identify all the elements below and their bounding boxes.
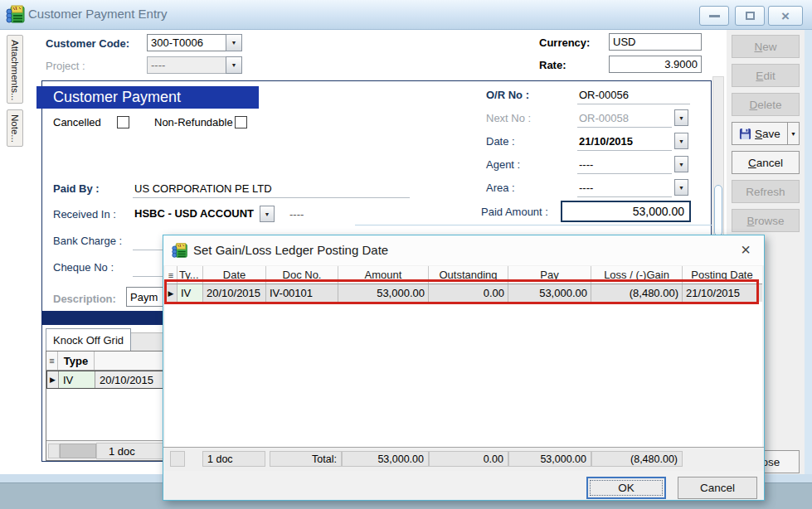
dropdown-arrow-icon: ▼ (678, 185, 684, 191)
dropdown-arrow-icon: ▼ (678, 138, 684, 144)
gain-loss-grid: ≡ Ty... Date Doc No. Amount Outstanding … (165, 266, 762, 447)
column-header-doc-no: Doc No. (266, 266, 338, 284)
window-title: Customer Payment Entry (28, 7, 168, 21)
row-amount: 53,000.00 (338, 284, 429, 302)
currency-field[interactable]: USD (609, 33, 702, 51)
row-doc-no: IV-00101 (266, 284, 338, 302)
tab-knock-off-grid[interactable]: Knock Off Grid (46, 328, 131, 351)
tab-attachments[interactable]: Attachments... (7, 35, 23, 104)
row-date: 20/10/2015 (203, 284, 266, 302)
customer-code-field[interactable]: 300-T0006 (147, 34, 226, 51)
dropdown-arrow-icon: ▼ (790, 131, 796, 137)
close-window-button[interactable]: × (768, 6, 803, 26)
minimize-button[interactable] (699, 6, 729, 26)
save-icon (739, 128, 751, 140)
column-header-outstanding: Outstanding (429, 266, 508, 284)
footer-amount: 53,000.00 (342, 451, 429, 467)
column-header-loss-gain: Loss / (-)Gain (591, 266, 683, 284)
paid-amount-field[interactable]: 53,000.00 (561, 201, 691, 222)
next-no-value[interactable]: OR-00058 (579, 112, 629, 124)
row-loss-gain: (8,480.00) (591, 284, 683, 302)
column-header-type: Type (58, 351, 95, 370)
project-field[interactable]: ---- (147, 56, 226, 74)
date-value[interactable]: 21/10/2015 (579, 135, 633, 148)
knock-off-row-type: IV (59, 371, 95, 388)
horizontal-scrollbar-thumb[interactable] (60, 444, 96, 458)
paid-by-value[interactable]: US CORPORATION PE LTD (134, 182, 272, 195)
row-outstanding: 0.00 (429, 284, 508, 302)
column-header-posting-date: Posting Date (683, 266, 761, 284)
footer-loss-gain: (8,480.00) (591, 451, 683, 467)
paid-amount-label: Paid Amount : (481, 206, 548, 218)
agent-dropdown[interactable]: ▼ (674, 156, 688, 172)
row-type: IV (177, 284, 203, 302)
dialog-close-button[interactable]: × (734, 239, 757, 260)
tab-note[interactable]: Note... (7, 109, 23, 147)
dialog-title: Set Gain/Loss Ledger Posting Date (193, 243, 388, 257)
description-label: Description: (53, 293, 116, 305)
delete-button[interactable]: Delete (732, 93, 800, 116)
close-icon: × (781, 9, 790, 23)
footer-total-label: Total: (270, 451, 342, 467)
rate-field[interactable]: 3.9000 (609, 56, 702, 73)
payment-type-header: Customer Payment (36, 86, 259, 109)
received-in-value[interactable]: HSBC - USD ACCOUNT (134, 207, 254, 220)
currency-label: Currency: (539, 36, 590, 49)
dialog-titlebar: Set Gain/Loss Ledger Posting Date × (163, 235, 764, 265)
gain-loss-row[interactable]: ▶ IV 20/10/2015 IV-00101 53,000.00 0.00 … (165, 284, 762, 302)
vertical-scrollbar-thumb[interactable] (714, 185, 722, 236)
dropdown-arrow-icon: ▼ (265, 211, 270, 217)
area-value[interactable]: ---- (579, 182, 593, 194)
non-refundable-checkbox[interactable] (235, 116, 247, 128)
new-button[interactable]: New (732, 35, 800, 58)
maximize-icon (746, 12, 755, 20)
maximize-button[interactable] (735, 6, 765, 26)
or-no-label: O/R No : (486, 89, 529, 101)
area-label: Area : (486, 182, 515, 194)
column-header-date: Date (203, 266, 266, 284)
gain-loss-grid-footer: 1 doc Total: 53,000.00 0.00 53,000.00 (8… (163, 448, 764, 471)
save-button[interactable]: Save (732, 122, 788, 145)
grid-menu-icon: ≡ (165, 266, 177, 284)
area-dropdown[interactable]: ▼ (674, 179, 688, 196)
dropdown-arrow-icon: ▼ (678, 115, 684, 121)
next-no-label: Next No : (486, 112, 531, 124)
footer-outstanding: 0.00 (429, 451, 508, 467)
window-titlebar: Customer Payment Entry × (0, 0, 812, 30)
gain-loss-posting-dialog: Set Gain/Loss Ledger Posting Date × ≡ Ty… (163, 235, 765, 501)
cheque-no-label: Cheque No : (53, 261, 114, 274)
close-icon: × (741, 240, 751, 259)
date-dropdown[interactable]: ▼ (674, 133, 688, 149)
dialog-ledger-icon (172, 242, 188, 259)
cancel-button[interactable]: Cancel (732, 151, 800, 174)
ok-button[interactable]: OK (586, 477, 666, 499)
project-label: Project : (46, 60, 85, 72)
save-options-dropdown[interactable]: ▼ (787, 122, 800, 145)
footer-doc-count: 1 doc (202, 451, 265, 467)
dropdown-arrow-icon: ▼ (678, 162, 684, 167)
row-indicator-icon: ▶ (47, 371, 59, 388)
customer-code-label: Customer Code: (46, 37, 129, 50)
cancelled-label: Cancelled (53, 116, 101, 128)
received-in-suffix: ---- (289, 208, 304, 221)
app-ledger-icon (6, 4, 26, 24)
edit-button[interactable]: Edit (732, 64, 800, 87)
agent-value[interactable]: ---- (579, 158, 593, 171)
footer-pay: 53,000.00 (508, 451, 591, 467)
column-header-amount: Amount (338, 266, 429, 284)
or-no-value: OR-00056 (579, 89, 629, 101)
desktop: Customer Payment Entry × Attachments... … (0, 0, 812, 509)
customer-code-dropdown[interactable]: ▼ (226, 34, 242, 51)
agent-label: Agent : (486, 158, 520, 171)
project-dropdown[interactable]: ▼ (226, 56, 242, 74)
row-pay: 53,000.00 (508, 284, 591, 302)
next-no-dropdown[interactable]: ▼ (674, 109, 688, 126)
refresh-button[interactable]: Refresh (732, 180, 800, 203)
cancelled-checkbox[interactable] (117, 116, 129, 128)
minimize-icon (709, 15, 720, 17)
non-refundable-label: Non-Refundable (154, 116, 233, 128)
received-in-dropdown[interactable]: ▼ (260, 206, 275, 222)
dialog-cancel-button[interactable]: Cancel (678, 477, 757, 499)
browse-button[interactable]: Browse (732, 209, 800, 232)
dropdown-arrow-icon: ▼ (231, 40, 237, 46)
